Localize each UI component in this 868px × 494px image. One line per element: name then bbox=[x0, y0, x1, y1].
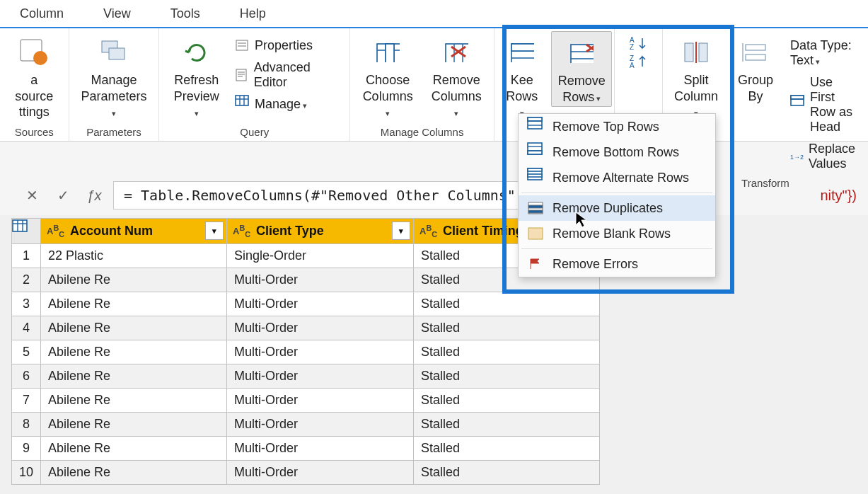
cell-account-num[interactable]: Abilene Re bbox=[41, 340, 227, 364]
row-number[interactable]: 3 bbox=[12, 292, 41, 316]
table-row[interactable]: 3Abilene ReMulti-OrderStalled bbox=[12, 292, 600, 316]
row-number[interactable]: 5 bbox=[12, 340, 41, 364]
table-row[interactable]: 2Abilene ReMulti-OrderStalled bbox=[12, 268, 600, 292]
cell-client-type[interactable]: Multi-Order bbox=[227, 340, 414, 364]
table-row[interactable]: 122 PlasticSingle-OrderStalled bbox=[12, 244, 600, 268]
cell-client-timing[interactable]: Stalled bbox=[414, 389, 600, 413]
cell-client-type[interactable]: Multi-Order bbox=[227, 316, 414, 340]
cell-client-type[interactable]: Multi-Order bbox=[227, 413, 414, 437]
cell-client-timing[interactable]: Stalled bbox=[414, 316, 600, 340]
manage-parameters-button[interactable]: ManageParameters bbox=[74, 31, 154, 122]
table-row[interactable]: 10Abilene ReMulti-OrderStalled bbox=[12, 461, 600, 485]
cell-account-num[interactable]: Abilene Re bbox=[41, 461, 227, 485]
cell-account-num[interactable]: Abilene Re bbox=[41, 316, 227, 340]
cell-account-num[interactable]: Abilene Re bbox=[41, 437, 227, 461]
properties-button[interactable]: Properties bbox=[232, 37, 344, 54]
flag-icon bbox=[527, 256, 544, 272]
confirm-formula-icon[interactable]: ✓ bbox=[51, 183, 75, 207]
remove-duplicates-item[interactable]: Remove Duplicates bbox=[519, 195, 715, 221]
cell-client-timing[interactable]: Stalled bbox=[414, 340, 600, 364]
remove-blank-rows-item[interactable]: Remove Blank Rows bbox=[519, 221, 715, 246]
column-header-account-num[interactable]: ABCAccount Num ▾ bbox=[41, 219, 227, 244]
keep-rows-button[interactable]: KeeRows bbox=[497, 31, 547, 122]
sort-buttons[interactable]: AZ ZA bbox=[619, 31, 659, 76]
table-row[interactable]: 9Abilene ReMulti-OrderStalled bbox=[12, 437, 600, 461]
cell-client-timing[interactable]: Stalled bbox=[414, 437, 600, 461]
remove-bottom-rows-icon bbox=[527, 144, 544, 160]
use-first-row-headers-button[interactable]: Use First Row as Head bbox=[787, 74, 862, 136]
cell-client-type[interactable]: Multi-Order bbox=[227, 292, 414, 316]
menu-help[interactable]: Help bbox=[220, 1, 286, 27]
cell-account-num[interactable]: Abilene Re bbox=[41, 413, 227, 437]
remove-bottom-rows-item[interactable]: Remove Bottom Rows bbox=[519, 139, 715, 165]
editor-icon bbox=[235, 68, 250, 82]
group-label-parameters: Parameters bbox=[86, 122, 141, 144]
data-type-button[interactable]: Data Type: Text bbox=[787, 37, 862, 69]
table-row[interactable]: 7Abilene ReMulti-OrderStalled bbox=[12, 389, 600, 413]
column-header-client-type[interactable]: ABCClient Type ▾ bbox=[227, 219, 414, 244]
table-row[interactable]: 4Abilene ReMulti-OrderStalled bbox=[12, 316, 600, 340]
replace-values-button[interactable]: 1→2 Replace Values bbox=[787, 140, 862, 173]
row-number[interactable]: 6 bbox=[12, 364, 41, 389]
data-source-settings-button[interactable]: a sourcettings bbox=[6, 31, 63, 122]
cancel-formula-icon[interactable]: ✕ bbox=[20, 183, 44, 207]
svg-rect-53 bbox=[528, 151, 542, 154]
remove-alternate-rows-item[interactable]: Remove Alternate Rows bbox=[519, 165, 715, 190]
cell-client-timing[interactable]: Stalled bbox=[414, 292, 600, 316]
split-column-button[interactable]: SplitColumn bbox=[669, 31, 724, 122]
svg-rect-49 bbox=[528, 117, 542, 121]
cell-client-type[interactable]: Multi-Order bbox=[227, 364, 414, 389]
cell-account-num[interactable]: Abilene Re bbox=[41, 292, 227, 316]
text-type-icon: ABC bbox=[419, 224, 437, 239]
menu-column[interactable]: Column bbox=[0, 1, 83, 27]
manage-button[interactable]: Manage bbox=[232, 96, 344, 113]
row-number[interactable]: 4 bbox=[12, 316, 41, 340]
menu-tools[interactable]: Tools bbox=[151, 1, 220, 27]
remove-top-rows-item[interactable]: Remove Top Rows bbox=[519, 114, 715, 139]
filter-button[interactable]: ▾ bbox=[392, 222, 410, 240]
refresh-preview-button[interactable]: RefreshPreview bbox=[165, 31, 228, 122]
table-row[interactable]: 8Abilene ReMulti-OrderStalled bbox=[12, 413, 600, 437]
row-number[interactable]: 2 bbox=[12, 268, 41, 292]
cell-client-type[interactable]: Multi-Order bbox=[227, 461, 414, 485]
menu-view[interactable]: View bbox=[83, 1, 151, 27]
fx-icon[interactable]: ƒx bbox=[82, 183, 106, 207]
row-number[interactable]: 10 bbox=[12, 461, 41, 485]
cell-client-timing[interactable]: Stalled bbox=[414, 461, 600, 485]
filter-button[interactable]: ▾ bbox=[205, 222, 224, 240]
text-type-icon: ABC bbox=[233, 224, 250, 239]
cell-client-type[interactable]: Multi-Order bbox=[227, 268, 414, 292]
formula-input[interactable]: = Table.RemoveColumns(#"Removed Other Co… bbox=[113, 181, 529, 209]
cell-client-type[interactable]: Multi-Order bbox=[227, 437, 414, 461]
cell-account-num[interactable]: Abilene Re bbox=[41, 389, 227, 413]
group-by-button[interactable]: GroupBy bbox=[728, 31, 783, 105]
table-corner-button[interactable] bbox=[12, 219, 41, 244]
table-row[interactable]: 6Abilene ReMulti-OrderStalled bbox=[12, 364, 600, 389]
row-number[interactable]: 7 bbox=[12, 389, 41, 413]
remove-errors-item[interactable]: Remove Errors bbox=[519, 251, 715, 277]
cell-client-timing[interactable]: Stalled bbox=[414, 413, 600, 437]
remove-columns-icon bbox=[439, 35, 473, 69]
remove-rows-button[interactable]: RemoveRows bbox=[551, 31, 612, 107]
svg-rect-4 bbox=[236, 40, 248, 50]
svg-rect-42 bbox=[746, 54, 765, 60]
cell-account-num[interactable]: Abilene Re bbox=[41, 268, 227, 292]
svg-rect-61 bbox=[528, 210, 543, 213]
table-row[interactable]: 5Abilene ReMulti-OrderStalled bbox=[12, 340, 600, 364]
svg-rect-7 bbox=[236, 69, 246, 81]
cell-client-type[interactable]: Multi-Order bbox=[227, 389, 414, 413]
row-number[interactable]: 8 bbox=[12, 413, 41, 437]
choose-columns-button[interactable]: ChooseColumns bbox=[356, 31, 420, 122]
cell-client-type[interactable]: Single-Order bbox=[227, 244, 414, 268]
row-number[interactable]: 1 bbox=[12, 244, 41, 268]
svg-text:Z: Z bbox=[630, 43, 634, 51]
cell-client-timing[interactable]: Stalled bbox=[414, 364, 600, 389]
properties-icon bbox=[235, 39, 250, 53]
remove-columns-button[interactable]: RemoveColumns bbox=[424, 31, 489, 122]
cell-account-num[interactable]: 22 Plastic bbox=[41, 244, 227, 268]
advanced-editor-button[interactable]: Advanced Editor bbox=[232, 59, 344, 91]
svg-rect-28 bbox=[511, 44, 534, 51]
cell-account-num[interactable]: Abilene Re bbox=[41, 364, 227, 389]
group-label-transform: Transform bbox=[741, 173, 789, 195]
row-number[interactable]: 9 bbox=[12, 437, 41, 461]
